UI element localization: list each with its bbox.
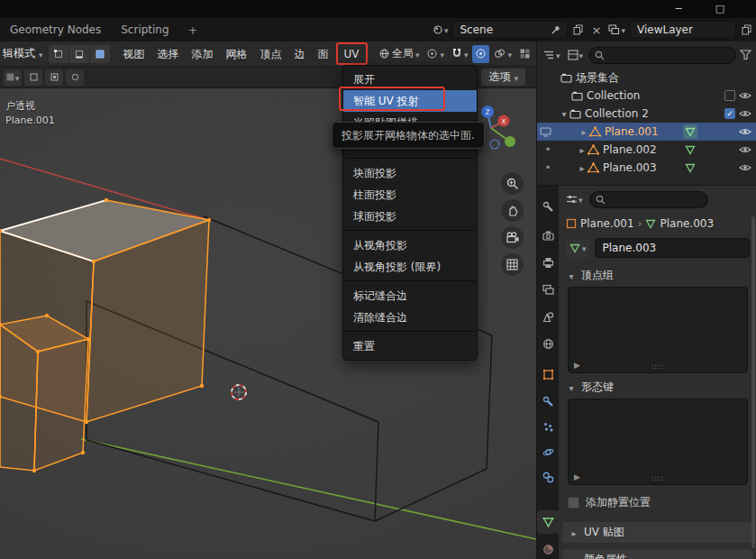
outliner-row-collection-2[interactable]: Collection 2 — [537, 105, 756, 123]
tab-particles[interactable] — [537, 415, 559, 438]
eye-icon[interactable] — [739, 109, 751, 118]
menu-edge[interactable]: 边 — [288, 41, 312, 67]
expander-icon[interactable] — [559, 107, 569, 120]
mesh-data-icon[interactable] — [683, 142, 697, 157]
pin-icon[interactable] — [551, 25, 560, 35]
maximize-button[interactable]: □ — [706, 0, 733, 18]
menu-item-sphere-projection[interactable]: 球面投影 — [343, 206, 477, 227]
tab-material[interactable] — [537, 537, 559, 559]
vertex-select-button[interactable] — [49, 45, 68, 63]
tab-physics[interactable] — [537, 440, 559, 463]
viewlayer-name-field[interactable]: ViewLayer — [630, 21, 736, 39]
mesh-data-icon[interactable] — [683, 160, 697, 175]
snap-selector[interactable] — [449, 45, 471, 63]
tab-scene[interactable] — [537, 305, 559, 328]
add-workspace-button[interactable]: + — [179, 23, 207, 37]
properties-scrollbar[interactable] — [751, 216, 755, 548]
outliner-row-collection[interactable]: Collection — [537, 87, 756, 105]
active-tool-selector[interactable] — [4, 69, 22, 86]
menu-item-cube-projection[interactable]: 块面投影 — [343, 162, 477, 184]
properties-search-input[interactable] — [589, 191, 708, 208]
specials-arrow-icon[interactable] — [574, 361, 580, 370]
menu-add[interactable]: 添加 — [186, 41, 220, 67]
outliner-row-plane-003[interactable]: Plane.003 — [537, 159, 756, 177]
tab-world[interactable] — [537, 332, 559, 355]
resize-grip-icon[interactable] — [651, 474, 663, 483]
tab-object[interactable] — [537, 362, 559, 386]
unlink-scene-button[interactable]: × — [588, 21, 604, 39]
menu-item-project-from-view-bounds[interactable]: 从视角投影 (限界) — [343, 256, 477, 278]
pan-hand-button[interactable] — [501, 199, 524, 222]
shading-grid-toggle[interactable] — [516, 45, 533, 63]
tab-tool[interactable] — [537, 195, 559, 218]
outliner-row-plane-001[interactable]: Plane.001 — [537, 123, 756, 141]
edge-select-button[interactable] — [69, 45, 89, 63]
menu-item-project-from-view[interactable]: 从视角投影 — [343, 234, 477, 256]
expander-icon[interactable] — [577, 143, 587, 156]
color-attributes-panel-header[interactable]: 颜色属性 — [562, 549, 753, 559]
breadcrumb-object[interactable]: Plane.001 — [580, 217, 634, 230]
selected-mesh-plane001[interactable] — [0, 198, 211, 472]
menu-item-clear-seam[interactable]: 清除缝合边 — [343, 307, 477, 328]
specials-arrow-icon[interactable] — [574, 472, 580, 481]
menu-uv[interactable]: UV — [336, 42, 368, 65]
workspace-tab-geometry-nodes[interactable]: Geometry Nodes — [0, 18, 111, 41]
expander-icon[interactable] — [577, 161, 587, 174]
gizmo-neg-z-axis[interactable] — [490, 140, 499, 149]
vertex-groups-header[interactable]: 顶点组 — [559, 261, 756, 287]
new-viewlayer-button[interactable] — [739, 21, 754, 39]
eye-icon[interactable] — [739, 127, 751, 136]
rest-position-checkbox[interactable] — [568, 497, 579, 509]
outliner-display-mode-button[interactable] — [566, 48, 586, 62]
viewport-options-button[interactable]: 选项 — [481, 69, 525, 86]
tab-view-layer[interactable] — [537, 278, 559, 301]
filter-funnel-icon[interactable] — [740, 50, 751, 60]
pivot-point-selector[interactable] — [424, 45, 447, 63]
tool-option-1-button[interactable] — [24, 69, 42, 86]
datablock-name-input[interactable]: Plane.003 — [595, 238, 750, 258]
tab-output[interactable] — [537, 251, 559, 274]
menu-face[interactable]: 面 — [312, 41, 335, 67]
shape-keys-list[interactable] — [568, 399, 748, 485]
proportional-edit-toggle[interactable] — [472, 45, 489, 63]
menu-select[interactable]: 选择 — [151, 41, 186, 67]
outliner-editor-type-button[interactable] — [542, 48, 562, 62]
mesh-datablock-button[interactable] — [566, 239, 590, 258]
tab-modifiers[interactable] — [537, 389, 559, 413]
mesh-data-icon[interactable] — [683, 124, 697, 139]
eye-icon[interactable] — [739, 163, 751, 172]
collection-exclude-checkbox[interactable] — [724, 108, 735, 119]
zoom-button[interactable] — [501, 172, 524, 195]
menu-view[interactable]: 视图 — [117, 41, 151, 67]
face-select-button[interactable] — [90, 45, 110, 63]
resize-grip-icon[interactable] — [651, 362, 663, 371]
shape-keys-header[interactable]: 形态键 — [559, 373, 756, 399]
outliner-row-plane-002[interactable]: Plane.002 — [537, 141, 756, 159]
menu-item-mark-seam[interactable]: 标记缝合边 — [343, 285, 477, 307]
transform-orientation-selector[interactable]: 全局 — [376, 45, 423, 63]
workspace-tab-scripting[interactable]: Scripting — [111, 18, 178, 41]
collection-exclude-checkbox[interactable] — [724, 90, 735, 101]
gizmo-y-axis[interactable] — [505, 136, 515, 147]
tab-object-data[interactable] — [537, 510, 559, 534]
tool-option-3-button[interactable] — [66, 69, 84, 86]
expander-icon[interactable] — [578, 125, 589, 138]
browse-viewlayer-button[interactable] — [606, 23, 627, 37]
tab-constraints[interactable] — [537, 465, 559, 489]
uv-maps-panel-header[interactable]: UV 贴图 — [562, 522, 753, 543]
menu-vertex[interactable]: 顶点 — [254, 41, 288, 67]
eye-icon[interactable] — [739, 91, 751, 100]
tool-option-2-button[interactable] — [45, 69, 63, 86]
new-scene-button[interactable] — [570, 21, 586, 39]
menu-item-smart-uv-project[interactable]: 智能 UV 投射 — [343, 90, 477, 112]
breadcrumb-data[interactable]: Plane.003 — [660, 217, 714, 230]
scene-name-field[interactable]: Scene — [452, 21, 568, 39]
eye-icon[interactable] — [739, 145, 751, 154]
menu-mesh[interactable]: 网格 — [220, 41, 254, 67]
outliner-row-scene-collection[interactable]: 场景集合 — [537, 69, 756, 87]
minimize-button[interactable]: ─ — [665, 0, 692, 18]
menu-item-unwrap[interactable]: 展开 — [343, 69, 477, 90]
mode-selector[interactable]: 辑模式 — [0, 46, 49, 61]
tab-render[interactable] — [537, 224, 559, 247]
vertex-groups-list[interactable] — [568, 287, 748, 373]
